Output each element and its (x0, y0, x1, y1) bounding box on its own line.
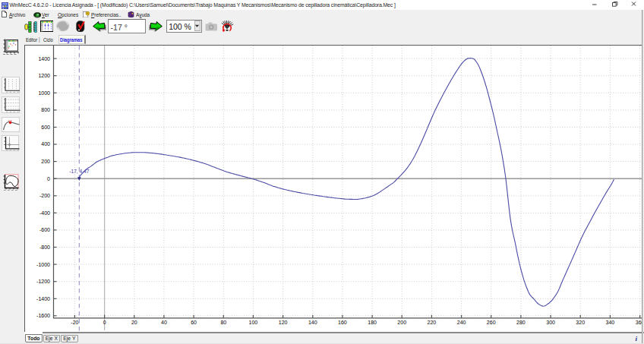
svg-text:-20: -20 (71, 320, 78, 325)
svg-text:800: 800 (41, 107, 50, 112)
svg-text:200: 200 (397, 320, 406, 325)
svg-text:80: 80 (220, 320, 226, 325)
svg-text:20: 20 (131, 320, 137, 325)
svg-text:0: 0 (47, 176, 50, 181)
svg-text:1200: 1200 (38, 73, 50, 78)
svg-text:160: 160 (338, 320, 347, 325)
svg-text:-17, 4.47: -17, 4.47 (69, 169, 89, 174)
svg-text:240: 240 (457, 320, 466, 325)
svg-text:340: 340 (606, 320, 615, 325)
svg-text:180: 180 (368, 320, 377, 325)
svg-text:280: 280 (516, 320, 526, 325)
svg-text:360: 360 (636, 320, 642, 325)
svg-text:-1600: -1600 (36, 313, 50, 318)
svg-text:-200: -200 (39, 193, 50, 198)
svg-text:-400: -400 (39, 210, 50, 216)
svg-text:260: 260 (487, 320, 496, 325)
svg-text:140: 140 (308, 320, 317, 325)
svg-text:1400: 1400 (38, 56, 50, 62)
svg-text:120: 120 (279, 320, 288, 325)
svg-text:300: 300 (546, 320, 555, 325)
svg-text:-800: -800 (39, 245, 50, 250)
svg-text:0: 0 (103, 320, 106, 325)
svg-text:200: 200 (41, 159, 50, 164)
svg-text:x,y: x,y (8, 118, 12, 122)
svg-text:220: 220 (428, 320, 437, 325)
svg-text:100: 100 (249, 320, 258, 325)
svg-text:-600: -600 (39, 227, 50, 232)
svg-text:-1400: -1400 (36, 296, 50, 301)
svg-text:40: 40 (161, 320, 167, 325)
svg-text:-1000: -1000 (36, 262, 50, 267)
svg-text:-1200: -1200 (36, 279, 50, 284)
svg-text:60: 60 (191, 320, 197, 325)
svg-text:320: 320 (576, 320, 585, 325)
svg-text:400: 400 (41, 141, 50, 147)
svg-text:600: 600 (41, 125, 50, 130)
svg-text:1000: 1000 (38, 90, 50, 96)
